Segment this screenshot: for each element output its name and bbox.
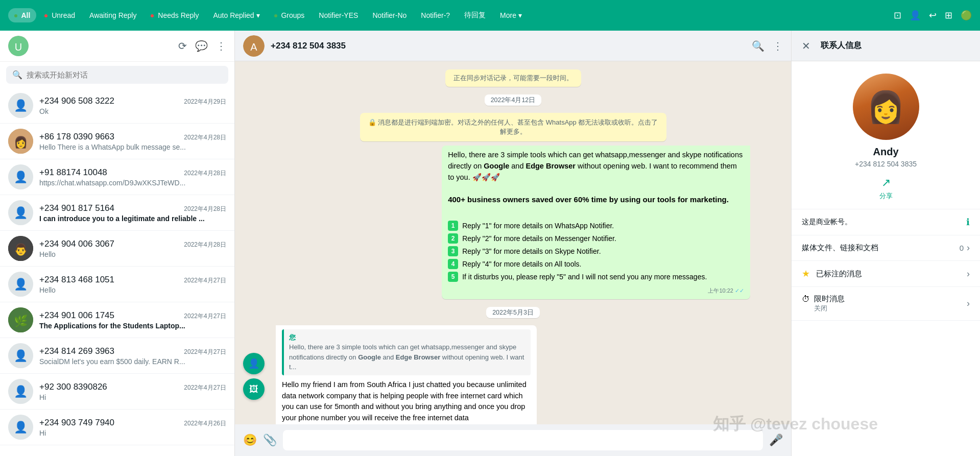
dot-indicator [14,14,17,17]
starred-section[interactable]: ★ 已标注的消息 › [792,261,980,287]
avatar: 👤 [8,379,33,404]
numbered-list: 1Reply "1" for more details on WhatsApp … [448,221,744,282]
chat-info: +86 178 0390 9663 2022年4月28日 Hello There… [39,132,226,151]
info-icon[interactable]: ℹ [966,217,970,228]
tab-groups[interactable]: Groups [268,8,311,22]
chevron-right-icon: › [967,269,970,279]
search-bar[interactable]: 🔍 [6,66,228,84]
tab-awaiting-reply[interactable]: Awaiting Reply [83,8,142,22]
camera-icon[interactable]: ⊡ [894,10,901,21]
contact-card-icon[interactable]: 👤 [243,353,265,374]
timer-icon: ⏱ [802,295,810,304]
tab-notifier-no[interactable]: Notifier-No [366,8,413,22]
emoji-icon[interactable]: 😊 [243,434,257,447]
chat-item[interactable]: 👤 +234 906 508 3222 2022年4月29日 Ok [0,88,234,124]
temp-message-section: ⏱ 限时消息 关闭 › [792,287,980,321]
chat-info: +234 814 269 3963 2022年4月27日 SocialDM le… [39,346,226,366]
right-panel-header: ✕ 联系人信息 [792,31,980,61]
share-action[interactable]: ↗ 分享 [879,176,893,201]
contact-name: Andy [873,146,899,158]
attach-icon[interactable]: 📎 [263,434,277,447]
chat-item[interactable]: 👤 +92 300 8390826 2022年4月27日 Hi [0,374,234,410]
main-layout: U ⟳ 💬 ⋮ 🔍 👤 +234 906 508 3222 2022年4月29日 [0,31,980,456]
tab-notifier-q[interactable]: Notifier-? [415,8,456,22]
search-input[interactable] [27,70,222,79]
mic-icon[interactable]: 🎤 [769,434,783,447]
list-item: 5If it disturbs you, please reply "5" an… [448,272,744,282]
chat-list: 👤 +234 906 508 3222 2022年4月29日 Ok 👩 +86 … [0,88,234,456]
chat-item[interactable]: 👤 +234 903 749 7940 2022年4月26日 Hi [0,410,234,445]
share-label: 分享 [879,191,893,201]
media-section[interactable]: 媒体文件、链接和文档 0 › [792,235,980,261]
sidebar-header-icons: ⟳ 💬 ⋮ [178,40,226,52]
new-chat-icon[interactable]: 💬 [195,40,208,52]
avatar: 🌿 [8,307,33,332]
tab-notifier-yes[interactable]: Notifier-YES [313,8,364,22]
list-item: 2Reply "2" for more details on Messenger… [448,233,744,244]
avatar: 👤 [8,93,33,118]
search-icon[interactable]: 🔍 [752,40,764,52]
temp-msg-status: 关闭 [814,304,845,313]
nav-icons: ⊡ 👤 ↩ ⊞ 🟢 [894,10,972,21]
star-icon: ★ [802,268,810,279]
chat-info: +234 903 749 7940 2022年4月26日 Hi [39,418,226,437]
tab-needs-reply[interactable]: Needs Reply [145,8,205,22]
tab-unread[interactable]: Unread [38,8,81,22]
avatar: 👤 [8,164,33,189]
sync-notice: 正在同步对话记录，可能需要一段时间。 [445,69,581,87]
photo-icon[interactable]: 🖼 [243,378,265,400]
date-divider: 2022年5月3日 [276,307,750,317]
media-count: 0 [960,244,964,252]
search-icon: 🔍 [12,70,22,80]
list-item: 3Reply "3" for more details on Skype Not… [448,246,744,257]
chevron-right-icon: › [967,298,970,309]
message-bubble-out: Hello, there are 3 simple tools which ca… [442,146,750,299]
tab-all[interactable]: All [8,8,36,22]
dot-indicator [151,14,154,17]
date-divider: 2022年4月12日 [276,95,750,105]
chat-item[interactable]: 👤 +91 88174 10048 2022年4月28日 https://cha… [0,159,234,195]
chat-input-wrapper: 👤 🖼 😊 📎 🎤 [235,424,791,456]
read-ticks: ✓✓ [735,287,744,294]
biz-account-label: 这是商业帐号。 [802,218,852,227]
tab-more[interactable]: More ▾ [494,8,528,22]
sidebar-header: U ⟳ 💬 ⋮ [0,31,234,62]
chevron-right-icon: › [967,243,970,253]
menu-icon[interactable]: ⋮ [216,40,226,52]
msg-intro: Hello, there are 3 simple tools which ca… [448,150,744,183]
media-label: 媒体文件、链接和文档 [802,243,878,253]
whatsapp-plus-icon[interactable]: 🟢 [961,10,972,21]
contact-avatar[interactable]: A [243,35,265,57]
contact-avatar-large[interactable]: 👩 [853,74,919,140]
tab-waiting[interactable]: 待回复 [458,8,492,23]
chat-item[interactable]: 🌿 +234 901 006 1745 2022年4月27日 The Appli… [0,302,234,338]
chat-info: +234 906 508 3222 2022年4月29日 Ok [39,96,226,115]
reply-icon[interactable]: ↩ [929,10,937,21]
avatar: 👩 [8,129,33,154]
message-input[interactable] [283,430,763,450]
chat-item[interactable]: 👨 +234 904 006 3067 2022年4月28日 Hello [0,231,234,267]
chat-header-info: +234 812 504 3835 [271,41,746,51]
close-icon[interactable]: ✕ [802,40,810,52]
chat-item[interactable]: 👤 +234 813 468 1051 2022年4月27日 Hello [0,267,234,302]
sidebar: U ⟳ 💬 ⋮ 🔍 👤 +234 906 508 3222 2022年4月29日 [0,31,235,456]
layers-icon[interactable]: ⊞ [945,10,952,21]
chat-item[interactable]: 👤 +234 814 269 3963 2022年4月27日 SocialDM … [0,338,234,374]
chat-header: A +234 812 504 3835 🔍 ⋮ [235,31,791,61]
chat-item[interactable]: 👩 +86 178 0390 9663 2022年4月28日 Hello The… [0,124,234,159]
encrypt-notice: 🔒 消息都是进行端到端加密。对话之外的任何人、甚至包含 WhatsApp 都无法… [360,113,666,141]
right-panel: ✕ 联系人信息 👩 Andy +234 812 504 3835 ↗ 分享 这是… [791,31,980,456]
more-icon[interactable]: ⋮ [773,40,783,52]
chat-info: +234 901 006 1745 2022年4月27日 The Applica… [39,310,226,330]
chat-item[interactable]: 👤 +234 901 817 5164 2022年4月28日 I can int… [0,195,234,231]
dot-indicator [44,14,47,17]
avatar: 👤 [8,343,33,368]
list-item: 4 Reply "4" for more details on All tool… [448,259,744,270]
user-avatar[interactable]: U [8,36,29,56]
refresh-icon[interactable]: ⟳ [178,40,187,52]
list-item: 1Reply "1" for more details on WhatsApp … [448,221,744,231]
tab-auto-replied[interactable]: Auto Replied ▾ [207,8,266,22]
contacts-icon[interactable]: 👤 [910,10,921,21]
quick-action-icons: 👤 🖼 [243,353,265,400]
svg-text:👨: 👨 [14,243,28,256]
